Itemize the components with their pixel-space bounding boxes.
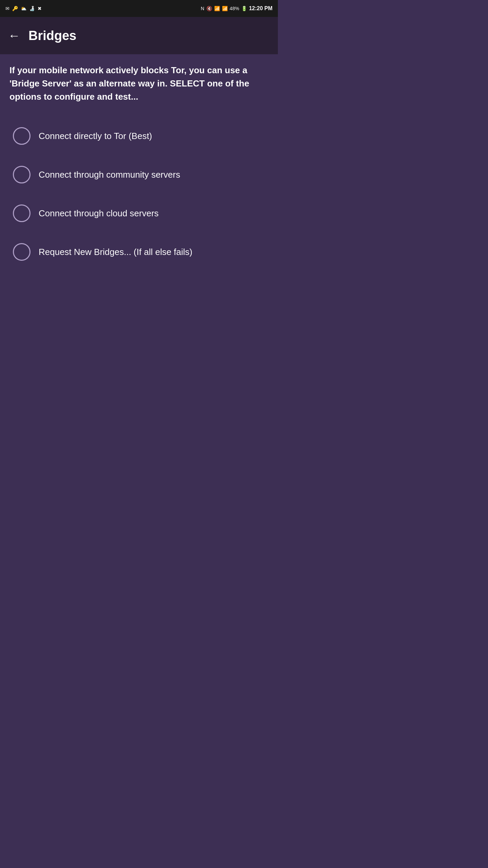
option-new-bridges[interactable]: Request New Bridges... (If all else fail… <box>9 236 268 268</box>
battery-icon: 🔋 <box>241 6 247 11</box>
close-icon: ✖ <box>38 6 42 11</box>
page-title: Bridges <box>28 28 76 43</box>
option-direct[interactable]: Connect directly to Tor (Best) <box>9 120 268 152</box>
nfc-icon: N <box>201 6 204 11</box>
option-new-bridges-label: Request New Bridges... (If all else fail… <box>39 247 192 257</box>
battery-percentage: 48% <box>230 6 239 11</box>
app-bar: ← Bridges <box>0 17 278 54</box>
option-cloud-label: Connect through cloud servers <box>39 208 159 219</box>
clock: 12:20 PM <box>249 5 272 12</box>
status-bar: ✉ 🔑 ⛅ 🍶 ✖ N 🔇 📶 📶 48% 🔋 12:20 PM <box>0 0 278 17</box>
radio-button-new-bridges[interactable] <box>13 243 30 261</box>
signal-icon: 📶 <box>222 6 228 11</box>
key-icon: 🔑 <box>12 6 18 11</box>
radio-button-cloud[interactable] <box>13 204 30 222</box>
option-direct-label: Connect directly to Tor (Best) <box>39 131 152 141</box>
option-cloud[interactable]: Connect through cloud servers <box>9 197 268 230</box>
back-arrow-icon: ← <box>8 28 20 43</box>
back-button[interactable]: ← <box>8 28 20 43</box>
option-community-label: Connect through community servers <box>39 170 180 180</box>
mute-icon: 🔇 <box>206 6 212 11</box>
mail-icon: ✉ <box>5 6 9 11</box>
status-bar-left-icons: ✉ 🔑 ⛅ 🍶 ✖ <box>5 6 42 11</box>
status-bar-right-icons: N 🔇 📶 📶 48% 🔋 12:20 PM <box>201 5 272 12</box>
main-content: If your mobile network actively blocks T… <box>0 54 278 278</box>
wifi-icon: 📶 <box>214 6 220 11</box>
radio-button-community[interactable] <box>13 166 30 183</box>
description-text: If your mobile network actively blocks T… <box>9 64 268 103</box>
radio-button-direct[interactable] <box>13 127 30 145</box>
cloud-icon: ⛅ <box>21 6 26 11</box>
option-community[interactable]: Connect through community servers <box>9 158 268 191</box>
bridge-options-list: Connect directly to Tor (Best) Connect t… <box>9 120 268 268</box>
bottle-icon: 🍶 <box>29 6 35 11</box>
